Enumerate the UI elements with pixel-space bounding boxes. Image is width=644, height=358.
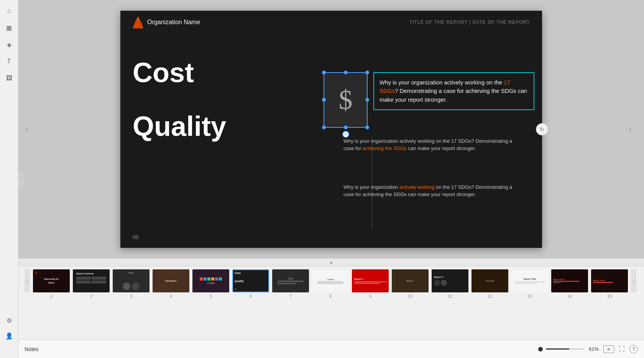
thumbnail-num-10: 10 — [408, 294, 412, 299]
help-icon[interactable]: ? — [629, 345, 638, 353]
sdg-highlight-1: 17 SDGs — [380, 79, 510, 94]
collapse-arrow-icon: ▲ — [329, 260, 333, 264]
elements-icon[interactable]: ◈ — [2, 38, 16, 51]
thumbnail-5[interactable]: 17 SDGs 5 — [192, 269, 229, 299]
thumbnail-img-4: Introduction — [153, 269, 189, 292]
thumbnail-img-8: Capacity — [312, 269, 349, 292]
main-area: ‹ Organization Name TITLE OF THE REPORT … — [18, 0, 644, 358]
quality-label: Quality — [133, 111, 226, 142]
thumbnail-num-12: 12 — [488, 294, 492, 299]
zoom-controls: 61% ⊞ ⛶ ? — [538, 345, 638, 353]
thumbnail-img-1: ▲Reporting OnSDGs — [33, 269, 70, 292]
dollar-symbol: $ — [339, 84, 353, 116]
notes-bar: Notes 61% ⊞ ⛶ ? — [18, 340, 644, 358]
thumbnail-num-13: 13 — [527, 294, 532, 299]
thumbnail-7[interactable]: Goals 7 — [272, 269, 309, 299]
refresh-button[interactable]: ↻ — [536, 123, 548, 135]
thumbnail-num-1: 1 — [50, 294, 53, 299]
resize-handle-br[interactable] — [365, 125, 369, 129]
thumbnail-img-3: Author — [113, 269, 150, 292]
zoom-dot — [538, 347, 543, 351]
resize-handle-bm[interactable] — [344, 125, 348, 129]
thumbnail-9[interactable]: Report 1 9 — [352, 269, 389, 299]
fullscreen-icon[interactable]: ⛶ — [619, 346, 625, 353]
thumbnail-11[interactable]: Report 3 11 — [432, 269, 468, 299]
text-block-2-content: Why is your organization actively workin… — [343, 137, 523, 152]
thumbnail-4[interactable]: Introduction 4 — [153, 269, 189, 299]
thumbnail-num-7: 7 — [289, 294, 292, 299]
slide-number: 06 — [133, 234, 139, 240]
thumbnail-img-11: Report 3 — [432, 269, 468, 292]
thumbnail-img-14: Report Card Details here — [551, 269, 588, 292]
resize-handle-bl[interactable] — [322, 125, 326, 129]
slides-icon[interactable]: ▦ — [2, 21, 16, 35]
thumbnail-12[interactable]: Financials 12 — [472, 269, 508, 299]
thumbnail-15[interactable]: Report Card 2 15 — [591, 269, 628, 299]
slide-prev-button[interactable]: ‹ — [21, 122, 32, 136]
thumbnail-img-13: Nearly Title — [511, 269, 548, 292]
thumbnail-img-7: Goals — [272, 269, 309, 292]
text-box-1-content: Why is your organization actively workin… — [380, 78, 528, 104]
thumbnail-8[interactable]: Capacity 8 — [312, 269, 349, 299]
logo-icon — [133, 16, 143, 28]
thumbnail-img-6: Cost Quality 06 — [232, 269, 269, 292]
expand-sidebar-button[interactable]: › — [18, 173, 24, 185]
media-icon[interactable]: 🖼 — [2, 71, 16, 85]
notes-label: Notes — [25, 346, 39, 352]
home-icon[interactable]: ⌂ — [2, 4, 16, 18]
resize-handle-tm[interactable] — [344, 71, 348, 74]
slide-body: Cost Quality $ ↻ — [120, 34, 542, 248]
thumbnail-10[interactable]: Report 2 10 — [392, 269, 429, 299]
text-block-3[interactable]: Why is your organization actively workin… — [339, 183, 523, 198]
org-name: Organization Name — [147, 19, 200, 26]
dollar-icon[interactable]: $ ↻ — [324, 72, 368, 128]
thumbnail-num-6: 6 — [250, 294, 252, 299]
zoom-line — [546, 348, 584, 350]
resize-handle-ml[interactable] — [322, 98, 326, 102]
thumbnail-img-5: 17 SDGs — [192, 269, 229, 292]
slide-canvas-area: ‹ Organization Name TITLE OF THE REPORT … — [18, 0, 644, 258]
thumbnail-num-11: 11 — [448, 294, 452, 299]
settings-icon[interactable]: ⚙ — [2, 313, 16, 327]
thumbnail-6[interactable]: Cost Quality 06 6 — [232, 269, 269, 299]
thumbnail-1[interactable]: ▲Reporting OnSDGs 1 — [33, 269, 70, 299]
thumbnail-num-2: 2 — [90, 294, 92, 299]
thumbnail-img-12: Financials — [472, 269, 508, 292]
thumbnail-num-3: 3 — [130, 294, 132, 299]
thumbnail-img-15: Report Card 2 — [591, 269, 628, 292]
view-grid-icon[interactable]: ⊞ — [603, 345, 614, 353]
collapse-handle[interactable]: ▲ — [18, 259, 644, 266]
resize-handle-mr[interactable] — [365, 98, 369, 102]
thumbnail-num-15: 15 — [607, 294, 612, 299]
rotate-handle[interactable]: ↻ — [342, 131, 349, 138]
text-block-2[interactable]: Why is your organization actively workin… — [339, 137, 523, 152]
thumbnail-img-2: Report Controls — [73, 269, 110, 292]
thumbnail-num-9: 9 — [369, 294, 371, 299]
cost-label: Cost — [133, 57, 194, 88]
thumbnail-num-8: 8 — [329, 294, 332, 299]
thumbnail-num-14: 14 — [567, 294, 572, 299]
thumbnails-scroll-right[interactable]: › — [631, 269, 636, 292]
thumbnail-img-10: Report 2 — [392, 269, 429, 292]
thumbnails-scroll-left[interactable]: ‹ — [25, 269, 30, 292]
report-title: TITLE OF THE REPORT | DATE OF THE REPORT — [409, 20, 530, 25]
thumbnail-2[interactable]: Report Controls 2 — [73, 269, 110, 299]
org-logo: Organization Name — [133, 16, 200, 28]
left-sidebar: ⌂ ▦ ◈ T 🖼 ⚙ 👤 — [0, 0, 18, 358]
thumbnail-num-5: 5 — [210, 294, 212, 299]
zoom-percent: 61% — [589, 346, 599, 352]
thumbnail-14[interactable]: Report Card Details here 14 — [551, 269, 588, 299]
zoom-slider[interactable] — [538, 347, 584, 351]
slide-next-button[interactable]: › — [625, 122, 636, 136]
text-box-1[interactable]: Why is your organization actively workin… — [373, 72, 534, 111]
thumbnail-13[interactable]: Nearly Title 13 — [511, 269, 548, 299]
sdg-highlight-3: actively working — [399, 184, 435, 190]
slide-header: Organization Name TITLE OF THE REPORT | … — [120, 11, 542, 34]
text-icon[interactable]: T — [2, 54, 16, 68]
user-icon[interactable]: 👤 — [2, 329, 16, 343]
sdg-highlight-2: achieving the SDGs — [363, 145, 407, 151]
slide-wrapper: Organization Name TITLE OF THE REPORT | … — [120, 11, 542, 248]
text-block-3-content: Why is your organization actively workin… — [343, 183, 523, 198]
slide-canvas[interactable]: Organization Name TITLE OF THE REPORT | … — [120, 11, 542, 248]
thumbnail-3[interactable]: Author 3 — [113, 269, 150, 299]
